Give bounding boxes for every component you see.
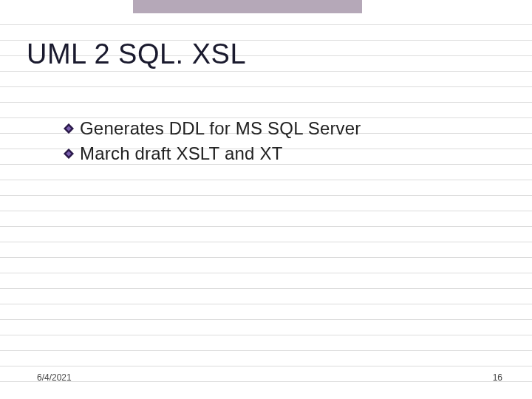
diamond-bullet-icon xyxy=(64,123,74,134)
ruled-background xyxy=(0,18,532,387)
diamond-bullet-icon xyxy=(64,149,74,159)
slide-body: Generates DDL for MS SQL Server March dr… xyxy=(64,118,361,168)
slide-title: UML 2 SQL. XSL xyxy=(27,38,246,70)
footer-page-number: 16 xyxy=(493,372,502,383)
bullet-text: March draft XSLT and XT xyxy=(80,143,283,164)
footer-date: 6/4/2021 xyxy=(37,372,72,383)
bullet-text: Generates DDL for MS SQL Server xyxy=(80,118,361,139)
list-item: Generates DDL for MS SQL Server xyxy=(64,118,361,139)
list-item: March draft XSLT and XT xyxy=(64,143,361,164)
decorative-top-bar xyxy=(133,0,362,13)
